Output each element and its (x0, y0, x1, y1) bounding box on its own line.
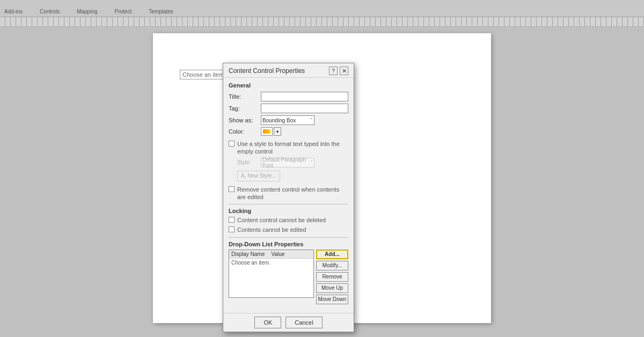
ribbon-group-templates: Templates (149, 9, 173, 17)
color-swatch-inner (263, 129, 270, 134)
title-input[interactable] (261, 92, 348, 101)
no-delete-checkbox[interactable] (229, 217, 235, 223)
ribbon-group-protect: Protect (115, 9, 132, 17)
tag-label: Tag: (229, 105, 261, 112)
move-up-button[interactable]: Move Up (316, 283, 348, 293)
document-area: Choose an item. ▾ Content Control Proper… (0, 27, 644, 337)
no-delete-label: Content control cannot be deleted (237, 216, 326, 224)
help-button[interactable]: ? (329, 67, 338, 75)
tag-row: Tag: (229, 104, 348, 113)
divider-1 (229, 204, 348, 204)
no-edit-label: Contents cannot be edited (237, 226, 306, 233)
no-edit-checkbox[interactable] (229, 226, 235, 232)
show-as-select[interactable]: Bounding Box ˅ (261, 115, 314, 125)
ok-button[interactable]: OK (254, 317, 281, 328)
tag-input[interactable] (261, 104, 348, 113)
show-as-label: Show as: (229, 117, 261, 123)
general-section-label: General (229, 82, 348, 89)
list-item[interactable]: Choose an item. (229, 259, 313, 267)
remove-control-label: Remove content control when contents are… (237, 186, 348, 201)
new-style-btn-label: A, New Style... (241, 173, 276, 179)
use-style-checkbox-row: Use a style to format text typed into th… (229, 140, 348, 156)
templates-label: Templates (149, 9, 173, 14)
ribbon-group-addins: Add-ins (4, 9, 23, 17)
use-style-label: Use a style to format text typed into th… (237, 140, 348, 156)
title-row: Title: (229, 92, 348, 101)
dialog-body: General Title: Tag: Show as: Bounding Bo… (223, 78, 354, 313)
dialog-title: Content Control Properties (229, 67, 305, 75)
list-col-display-header: Display Name (231, 251, 272, 257)
show-as-value: Bounding Box (262, 118, 310, 123)
remove-control-checkbox[interactable] (229, 186, 235, 192)
cancel-button[interactable]: Cancel (286, 317, 322, 328)
dialog-titlebar: Content Control Properties ? ✕ (223, 63, 354, 78)
remove-button[interactable]: Remove (316, 272, 348, 282)
document-page: Choose an item. ▾ Content Control Proper… (153, 33, 491, 323)
show-as-row: Show as: Bounding Box ˅ (229, 115, 348, 125)
style-row: Style: Default Paragraph Font ˅ (229, 158, 348, 167)
controls-label: Controls (40, 9, 60, 14)
ribbon-group-controls: Controls (40, 9, 60, 17)
dropdown-list-section-label: Drop-Down List Properties (229, 241, 348, 247)
color-row: Color: ▾ (229, 127, 348, 136)
style-select[interactable]: Default Paragraph Font ˅ (261, 158, 314, 167)
list-action-buttons: Add... Modify... Remove Move Up Move Dow… (316, 250, 348, 304)
color-swatch[interactable] (261, 127, 273, 136)
add-button[interactable]: Add... (316, 250, 348, 259)
new-style-button[interactable]: A, New Style... (237, 171, 280, 181)
show-as-arrow: ˅ (310, 118, 313, 123)
color-dropdown-button[interactable]: ▾ (274, 127, 281, 136)
no-edit-checkbox-row: Contents cannot be edited (229, 226, 348, 233)
ribbon: Add-ins Controls Mapping Protect Templat… (0, 0, 644, 17)
style-label: Style: (237, 159, 261, 165)
list-item-display: Choose an item. (231, 260, 311, 266)
style-value: Default Paragraph Font (262, 157, 310, 169)
ribbon-group-mapping: Mapping (77, 9, 97, 17)
ruler (0, 17, 644, 27)
use-style-checkbox[interactable] (229, 141, 235, 146)
protect-label: Protect (115, 9, 132, 14)
dropdown-list-box[interactable]: Display Name Value Choose an item. (229, 250, 314, 298)
locking-section-label: Locking (229, 208, 348, 214)
style-arrow: ˅ (310, 160, 313, 165)
no-delete-checkbox-row: Content control cannot be deleted (229, 216, 348, 224)
mapping-label: Mapping (77, 9, 97, 14)
dialog-controls: ? ✕ (329, 67, 348, 75)
title-label: Title: (229, 93, 261, 100)
list-header: Display Name Value (229, 250, 313, 259)
dropdown-list-section: Display Name Value Choose an item. Add..… (229, 250, 348, 304)
ruler-markings (0, 17, 644, 26)
remove-control-checkbox-row: Remove content control when contents are… (229, 186, 348, 201)
divider-2 (229, 237, 348, 238)
move-down-button[interactable]: Move Down (316, 295, 348, 304)
addins-label: Add-ins (4, 9, 23, 14)
close-button[interactable]: ✕ (340, 67, 348, 75)
dialog-footer: OK Cancel (223, 313, 354, 332)
content-control-properties-dialog[interactable]: Content Control Properties ? ✕ General T… (223, 63, 354, 332)
modify-button[interactable]: Modify... (316, 261, 348, 270)
list-col-value-header: Value (272, 251, 312, 257)
color-label: Color: (229, 128, 261, 135)
